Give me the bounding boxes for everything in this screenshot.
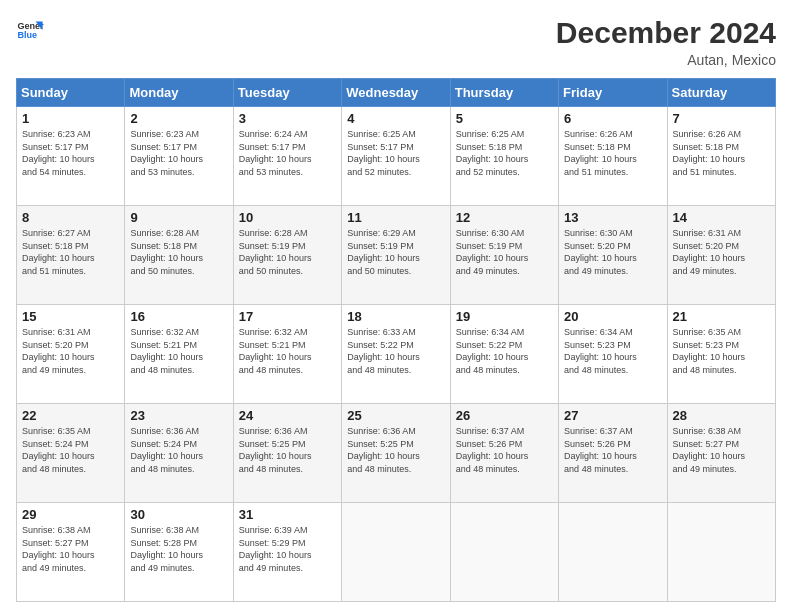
day-number: 22 [22, 408, 119, 423]
day-info: Sunrise: 6:24 AM Sunset: 5:17 PM Dayligh… [239, 128, 336, 178]
day-cell: 28Sunrise: 6:38 AM Sunset: 5:27 PM Dayli… [667, 404, 775, 503]
day-info: Sunrise: 6:29 AM Sunset: 5:19 PM Dayligh… [347, 227, 444, 277]
day-number: 26 [456, 408, 553, 423]
day-number: 30 [130, 507, 227, 522]
day-cell: 20Sunrise: 6:34 AM Sunset: 5:23 PM Dayli… [559, 305, 667, 404]
day-info: Sunrise: 6:37 AM Sunset: 5:26 PM Dayligh… [564, 425, 661, 475]
calendar-table: Sunday Monday Tuesday Wednesday Thursday… [16, 78, 776, 602]
day-number: 14 [673, 210, 770, 225]
day-number: 23 [130, 408, 227, 423]
day-info: Sunrise: 6:36 AM Sunset: 5:25 PM Dayligh… [347, 425, 444, 475]
calendar-subtitle: Autan, Mexico [556, 52, 776, 68]
day-cell: 30Sunrise: 6:38 AM Sunset: 5:28 PM Dayli… [125, 503, 233, 602]
day-number: 17 [239, 309, 336, 324]
day-cell: 12Sunrise: 6:30 AM Sunset: 5:19 PM Dayli… [450, 206, 558, 305]
day-cell: 22Sunrise: 6:35 AM Sunset: 5:24 PM Dayli… [17, 404, 125, 503]
day-info: Sunrise: 6:26 AM Sunset: 5:18 PM Dayligh… [564, 128, 661, 178]
day-number: 4 [347, 111, 444, 126]
day-cell [667, 503, 775, 602]
day-number: 25 [347, 408, 444, 423]
day-cell: 5Sunrise: 6:25 AM Sunset: 5:18 PM Daylig… [450, 107, 558, 206]
title-block: December 2024 Autan, Mexico [556, 16, 776, 68]
week-row-5: 29Sunrise: 6:38 AM Sunset: 5:27 PM Dayli… [17, 503, 776, 602]
day-cell: 24Sunrise: 6:36 AM Sunset: 5:25 PM Dayli… [233, 404, 341, 503]
day-number: 2 [130, 111, 227, 126]
day-info: Sunrise: 6:32 AM Sunset: 5:21 PM Dayligh… [239, 326, 336, 376]
day-cell: 10Sunrise: 6:28 AM Sunset: 5:19 PM Dayli… [233, 206, 341, 305]
day-cell: 2Sunrise: 6:23 AM Sunset: 5:17 PM Daylig… [125, 107, 233, 206]
day-info: Sunrise: 6:33 AM Sunset: 5:22 PM Dayligh… [347, 326, 444, 376]
day-cell: 7Sunrise: 6:26 AM Sunset: 5:18 PM Daylig… [667, 107, 775, 206]
day-info: Sunrise: 6:26 AM Sunset: 5:18 PM Dayligh… [673, 128, 770, 178]
day-cell: 16Sunrise: 6:32 AM Sunset: 5:21 PM Dayli… [125, 305, 233, 404]
col-tuesday: Tuesday [233, 79, 341, 107]
day-number: 18 [347, 309, 444, 324]
day-number: 21 [673, 309, 770, 324]
day-number: 9 [130, 210, 227, 225]
day-number: 27 [564, 408, 661, 423]
day-cell: 9Sunrise: 6:28 AM Sunset: 5:18 PM Daylig… [125, 206, 233, 305]
day-cell: 27Sunrise: 6:37 AM Sunset: 5:26 PM Dayli… [559, 404, 667, 503]
logo-icon: General Blue [16, 16, 44, 44]
day-info: Sunrise: 6:27 AM Sunset: 5:18 PM Dayligh… [22, 227, 119, 277]
day-number: 11 [347, 210, 444, 225]
calendar-title: December 2024 [556, 16, 776, 50]
day-number: 8 [22, 210, 119, 225]
day-cell: 29Sunrise: 6:38 AM Sunset: 5:27 PM Dayli… [17, 503, 125, 602]
col-monday: Monday [125, 79, 233, 107]
day-cell: 17Sunrise: 6:32 AM Sunset: 5:21 PM Dayli… [233, 305, 341, 404]
day-cell [342, 503, 450, 602]
day-number: 1 [22, 111, 119, 126]
day-info: Sunrise: 6:38 AM Sunset: 5:28 PM Dayligh… [130, 524, 227, 574]
day-number: 19 [456, 309, 553, 324]
day-number: 20 [564, 309, 661, 324]
day-number: 10 [239, 210, 336, 225]
day-info: Sunrise: 6:28 AM Sunset: 5:18 PM Dayligh… [130, 227, 227, 277]
day-info: Sunrise: 6:25 AM Sunset: 5:17 PM Dayligh… [347, 128, 444, 178]
col-thursday: Thursday [450, 79, 558, 107]
day-number: 6 [564, 111, 661, 126]
col-saturday: Saturday [667, 79, 775, 107]
day-info: Sunrise: 6:38 AM Sunset: 5:27 PM Dayligh… [22, 524, 119, 574]
day-cell: 8Sunrise: 6:27 AM Sunset: 5:18 PM Daylig… [17, 206, 125, 305]
day-number: 31 [239, 507, 336, 522]
day-number: 12 [456, 210, 553, 225]
header-row: Sunday Monday Tuesday Wednesday Thursday… [17, 79, 776, 107]
week-row-3: 15Sunrise: 6:31 AM Sunset: 5:20 PM Dayli… [17, 305, 776, 404]
day-cell: 21Sunrise: 6:35 AM Sunset: 5:23 PM Dayli… [667, 305, 775, 404]
day-info: Sunrise: 6:28 AM Sunset: 5:19 PM Dayligh… [239, 227, 336, 277]
logo: General Blue [16, 16, 44, 44]
day-cell: 26Sunrise: 6:37 AM Sunset: 5:26 PM Dayli… [450, 404, 558, 503]
day-number: 29 [22, 507, 119, 522]
day-cell: 1Sunrise: 6:23 AM Sunset: 5:17 PM Daylig… [17, 107, 125, 206]
day-number: 3 [239, 111, 336, 126]
day-cell [450, 503, 558, 602]
day-info: Sunrise: 6:30 AM Sunset: 5:20 PM Dayligh… [564, 227, 661, 277]
day-info: Sunrise: 6:39 AM Sunset: 5:29 PM Dayligh… [239, 524, 336, 574]
col-sunday: Sunday [17, 79, 125, 107]
day-cell: 19Sunrise: 6:34 AM Sunset: 5:22 PM Dayli… [450, 305, 558, 404]
day-info: Sunrise: 6:35 AM Sunset: 5:24 PM Dayligh… [22, 425, 119, 475]
day-cell: 13Sunrise: 6:30 AM Sunset: 5:20 PM Dayli… [559, 206, 667, 305]
day-cell: 31Sunrise: 6:39 AM Sunset: 5:29 PM Dayli… [233, 503, 341, 602]
day-number: 13 [564, 210, 661, 225]
day-info: Sunrise: 6:34 AM Sunset: 5:22 PM Dayligh… [456, 326, 553, 376]
day-cell: 3Sunrise: 6:24 AM Sunset: 5:17 PM Daylig… [233, 107, 341, 206]
header: General Blue December 2024 Autan, Mexico [16, 16, 776, 68]
day-number: 7 [673, 111, 770, 126]
day-cell: 14Sunrise: 6:31 AM Sunset: 5:20 PM Dayli… [667, 206, 775, 305]
day-cell: 25Sunrise: 6:36 AM Sunset: 5:25 PM Dayli… [342, 404, 450, 503]
day-info: Sunrise: 6:23 AM Sunset: 5:17 PM Dayligh… [130, 128, 227, 178]
day-number: 15 [22, 309, 119, 324]
col-wednesday: Wednesday [342, 79, 450, 107]
day-cell: 4Sunrise: 6:25 AM Sunset: 5:17 PM Daylig… [342, 107, 450, 206]
day-info: Sunrise: 6:31 AM Sunset: 5:20 PM Dayligh… [673, 227, 770, 277]
week-row-4: 22Sunrise: 6:35 AM Sunset: 5:24 PM Dayli… [17, 404, 776, 503]
col-friday: Friday [559, 79, 667, 107]
day-cell: 11Sunrise: 6:29 AM Sunset: 5:19 PM Dayli… [342, 206, 450, 305]
day-number: 28 [673, 408, 770, 423]
day-info: Sunrise: 6:37 AM Sunset: 5:26 PM Dayligh… [456, 425, 553, 475]
day-info: Sunrise: 6:23 AM Sunset: 5:17 PM Dayligh… [22, 128, 119, 178]
day-cell: 15Sunrise: 6:31 AM Sunset: 5:20 PM Dayli… [17, 305, 125, 404]
day-info: Sunrise: 6:36 AM Sunset: 5:25 PM Dayligh… [239, 425, 336, 475]
